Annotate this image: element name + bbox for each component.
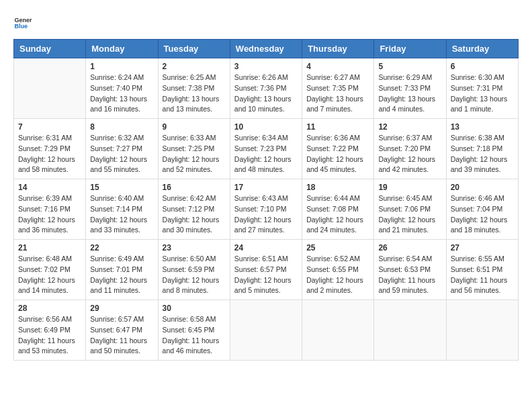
day-info: Sunrise: 6:56 AM Sunset: 6:49 PM Dayligh… [18,314,81,357]
calendar-cell: 27Sunrise: 6:55 AM Sunset: 6:51 PM Dayli… [446,240,518,300]
day-info: Sunrise: 6:55 AM Sunset: 6:51 PM Dayligh… [451,254,514,296]
day-info: Sunrise: 6:45 AM Sunset: 7:06 PM Dayligh… [378,193,441,236]
day-number: 17 [234,183,298,192]
day-info: Sunrise: 6:24 AM Sunset: 7:40 PM Dayligh… [90,73,153,115]
calendar-table: SundayMondayTuesdayWednesdayThursdayFrid… [13,39,519,361]
weekday-header: Friday [374,40,446,58]
calendar-cell: 18Sunrise: 6:44 AM Sunset: 7:08 PM Dayli… [302,179,374,240]
calendar-cell: 25Sunrise: 6:52 AM Sunset: 6:55 PM Dayli… [302,240,374,300]
day-info: Sunrise: 6:26 AM Sunset: 7:36 PM Dayligh… [234,73,298,115]
calendar-cell: 6Sunrise: 6:30 AM Sunset: 7:31 PM Daylig… [446,58,518,119]
day-info: Sunrise: 6:57 AM Sunset: 6:47 PM Dayligh… [90,314,153,357]
calendar-cell: 3Sunrise: 6:26 AM Sunset: 7:36 PM Daylig… [230,58,302,119]
day-info: Sunrise: 6:48 AM Sunset: 7:02 PM Dayligh… [18,254,81,296]
calendar-cell: 7Sunrise: 6:31 AM Sunset: 7:29 PM Daylig… [14,119,86,179]
day-number: 4 [306,62,369,71]
day-number: 26 [378,243,441,253]
page-header: General Blue [13,13,519,32]
calendar-cell: 21Sunrise: 6:48 AM Sunset: 7:02 PM Dayli… [14,240,86,300]
day-number: 20 [451,183,514,192]
weekday-header: Saturday [446,40,518,58]
calendar-week-row: 1Sunrise: 6:24 AM Sunset: 7:40 PM Daylig… [14,58,519,119]
calendar-cell: 26Sunrise: 6:54 AM Sunset: 6:53 PM Dayli… [374,240,446,300]
calendar-cell: 16Sunrise: 6:42 AM Sunset: 7:12 PM Dayli… [158,179,230,240]
day-info: Sunrise: 6:30 AM Sunset: 7:31 PM Dayligh… [451,73,514,115]
day-number: 2 [163,62,226,71]
day-info: Sunrise: 6:25 AM Sunset: 7:38 PM Dayligh… [163,73,226,115]
day-info: Sunrise: 6:38 AM Sunset: 7:18 PM Dayligh… [451,133,514,175]
calendar-cell [230,300,302,361]
day-number: 8 [90,122,153,132]
day-info: Sunrise: 6:42 AM Sunset: 7:12 PM Dayligh… [163,193,226,236]
weekday-header: Thursday [302,40,374,58]
day-info: Sunrise: 6:34 AM Sunset: 7:23 PM Dayligh… [234,133,298,175]
day-number: 16 [163,183,226,192]
day-number: 18 [306,183,369,192]
svg-text:General: General [14,17,32,24]
day-number: 28 [18,304,81,313]
calendar-cell: 17Sunrise: 6:43 AM Sunset: 7:10 PM Dayli… [230,179,302,240]
day-info: Sunrise: 6:29 AM Sunset: 7:33 PM Dayligh… [378,73,441,115]
calendar-cell: 15Sunrise: 6:40 AM Sunset: 7:14 PM Dayli… [86,179,158,240]
day-number: 15 [90,183,153,192]
calendar-cell: 1Sunrise: 6:24 AM Sunset: 7:40 PM Daylig… [86,58,158,119]
calendar-cell [14,58,86,119]
day-number: 24 [234,243,298,253]
logo: General Blue [13,13,32,32]
day-number: 19 [378,183,441,192]
day-number: 7 [18,122,81,132]
day-info: Sunrise: 6:40 AM Sunset: 7:14 PM Dayligh… [90,193,153,236]
day-info: Sunrise: 6:49 AM Sunset: 7:01 PM Dayligh… [90,254,153,296]
day-number: 22 [90,243,153,253]
calendar-cell: 9Sunrise: 6:33 AM Sunset: 7:25 PM Daylig… [158,119,230,179]
day-number: 23 [163,243,226,253]
day-number: 5 [378,62,441,71]
day-number: 27 [451,243,514,253]
weekday-header: Wednesday [230,40,302,58]
calendar-cell: 29Sunrise: 6:57 AM Sunset: 6:47 PM Dayli… [86,300,158,361]
calendar-cell: 19Sunrise: 6:45 AM Sunset: 7:06 PM Dayli… [374,179,446,240]
calendar-cell [374,300,446,361]
calendar-cell: 13Sunrise: 6:38 AM Sunset: 7:18 PM Dayli… [446,119,518,179]
day-info: Sunrise: 6:44 AM Sunset: 7:08 PM Dayligh… [306,193,369,236]
calendar-cell: 30Sunrise: 6:58 AM Sunset: 6:45 PM Dayli… [158,300,230,361]
calendar-cell [302,300,374,361]
day-info: Sunrise: 6:54 AM Sunset: 6:53 PM Dayligh… [378,254,441,296]
calendar-cell: 24Sunrise: 6:51 AM Sunset: 6:57 PM Dayli… [230,240,302,300]
day-number: 11 [306,122,369,132]
day-number: 21 [18,243,81,253]
calendar-week-row: 7Sunrise: 6:31 AM Sunset: 7:29 PM Daylig… [14,119,519,179]
calendar-cell: 23Sunrise: 6:50 AM Sunset: 6:59 PM Dayli… [158,240,230,300]
calendar-header-row: SundayMondayTuesdayWednesdayThursdayFrid… [14,40,519,58]
weekday-header: Tuesday [158,40,230,58]
day-info: Sunrise: 6:50 AM Sunset: 6:59 PM Dayligh… [163,254,226,296]
day-info: Sunrise: 6:43 AM Sunset: 7:10 PM Dayligh… [234,193,298,236]
weekday-header: Sunday [14,40,86,58]
day-info: Sunrise: 6:31 AM Sunset: 7:29 PM Dayligh… [18,133,81,175]
calendar-week-row: 21Sunrise: 6:48 AM Sunset: 7:02 PM Dayli… [14,240,519,300]
day-info: Sunrise: 6:46 AM Sunset: 7:04 PM Dayligh… [451,193,514,236]
calendar-cell: 12Sunrise: 6:37 AM Sunset: 7:20 PM Dayli… [374,119,446,179]
calendar-week-row: 14Sunrise: 6:39 AM Sunset: 7:16 PM Dayli… [14,179,519,240]
day-number: 30 [163,304,226,313]
calendar-cell: 5Sunrise: 6:29 AM Sunset: 7:33 PM Daylig… [374,58,446,119]
day-number: 1 [90,62,153,71]
calendar-cell: 11Sunrise: 6:36 AM Sunset: 7:22 PM Dayli… [302,119,374,179]
calendar-cell: 8Sunrise: 6:32 AM Sunset: 7:27 PM Daylig… [86,119,158,179]
day-info: Sunrise: 6:32 AM Sunset: 7:27 PM Dayligh… [90,133,153,175]
calendar-cell: 20Sunrise: 6:46 AM Sunset: 7:04 PM Dayli… [446,179,518,240]
day-info: Sunrise: 6:33 AM Sunset: 7:25 PM Dayligh… [163,133,226,175]
day-number: 12 [378,122,441,132]
day-info: Sunrise: 6:58 AM Sunset: 6:45 PM Dayligh… [163,314,226,357]
day-number: 6 [451,62,514,71]
calendar-cell: 22Sunrise: 6:49 AM Sunset: 7:01 PM Dayli… [86,240,158,300]
day-info: Sunrise: 6:37 AM Sunset: 7:20 PM Dayligh… [378,133,441,175]
logo-icon: General Blue [13,13,32,32]
day-info: Sunrise: 6:52 AM Sunset: 6:55 PM Dayligh… [306,254,369,296]
day-number: 10 [234,122,298,132]
calendar-week-row: 28Sunrise: 6:56 AM Sunset: 6:49 PM Dayli… [14,300,519,361]
svg-text:Blue: Blue [14,23,28,30]
calendar-cell: 4Sunrise: 6:27 AM Sunset: 7:35 PM Daylig… [302,58,374,119]
weekday-header: Monday [86,40,158,58]
day-info: Sunrise: 6:39 AM Sunset: 7:16 PM Dayligh… [18,193,81,236]
